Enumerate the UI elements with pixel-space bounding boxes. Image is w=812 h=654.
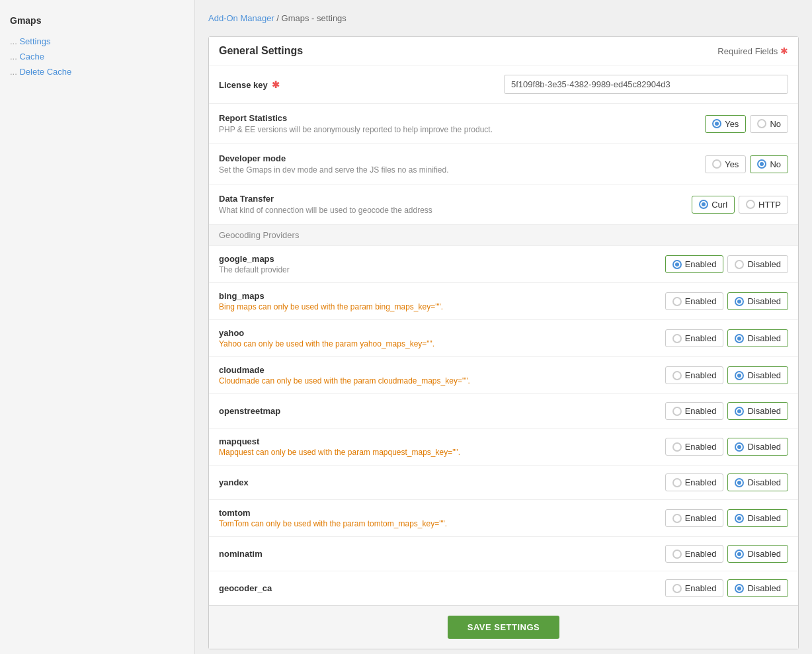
report-statistics-no[interactable]: No — [750, 115, 788, 133]
nominatim-disabled[interactable]: Disabled — [727, 545, 788, 563]
yahoo-enabled[interactable]: Enabled — [665, 329, 724, 347]
yandex-control: Enabled Disabled — [665, 473, 788, 491]
sidebar: Gmaps Settings Cache Delete Cache — [0, 0, 195, 654]
cloudmade-info: cloudmade Cloudmade can only be used wit… — [219, 365, 665, 386]
yahoo-info: yahoo Yahoo can only be used with the pa… — [219, 328, 665, 348]
openstreetmap-info: openstreetmap — [219, 406, 665, 416]
license-key-input[interactable] — [504, 75, 788, 94]
provider-row-yandex: yandex Enabled Disabled — [209, 466, 798, 500]
required-fields-label: Required Fields ✱ — [717, 46, 788, 56]
report-statistics-desc: PHP & EE versions will be anonymously re… — [219, 125, 705, 134]
yandex-disabled[interactable]: Disabled — [727, 473, 788, 491]
report-statistics-row: Report Statistics PHP & EE versions will… — [209, 104, 798, 144]
nominatim-enabled[interactable]: Enabled — [665, 545, 724, 563]
yandex-enabled[interactable]: Enabled — [665, 473, 724, 491]
radio-dot-bm-enabled — [672, 297, 682, 306]
provider-row-mapquest: mapquest Mapquest can only be used with … — [209, 429, 798, 466]
radio-dot-gm-enabled — [672, 260, 682, 269]
report-statistics-label-group: Report Statistics PHP & EE versions will… — [219, 113, 705, 134]
geocoder-ca-disabled[interactable]: Disabled — [727, 579, 788, 597]
nominatim-name: nominatim — [219, 549, 665, 559]
provider-row-openstreetmap: openstreetmap Enabled Disabled — [209, 394, 798, 429]
cloudmade-desc: Cloudmade can only be used with the para… — [219, 376, 665, 386]
provider-row-cloudmade: cloudmade Cloudmade can only be used wit… — [209, 357, 798, 394]
radio-dot-ya2-enabled — [672, 478, 682, 487]
radio-dot-ya2-disabled — [735, 478, 744, 487]
tomtom-info: tomtom TomTom can only be used with the … — [219, 508, 665, 528]
tomtom-enabled[interactable]: Enabled — [665, 509, 724, 527]
sidebar-item-cache[interactable]: Cache — [10, 52, 44, 61]
cloudmade-enabled[interactable]: Enabled — [665, 366, 724, 384]
license-key-label-group: License key ✱ — [219, 79, 504, 90]
breadcrumb-separator: / — [276, 13, 281, 23]
tomtom-name: tomtom — [219, 508, 665, 518]
openstreetmap-enabled[interactable]: Enabled — [665, 402, 724, 420]
yahoo-disabled[interactable]: Disabled — [727, 329, 788, 347]
developer-mode-desc: Set the Gmaps in dev mode and serve the … — [219, 165, 705, 175]
radio-dot-cm-enabled — [672, 371, 682, 380]
license-key-row: License key ✱ — [209, 65, 798, 104]
radio-dot-yes — [712, 119, 721, 128]
developer-mode-no[interactable]: No — [750, 155, 788, 173]
radio-dot-ya-disabled — [735, 334, 744, 343]
sidebar-item-settings[interactable]: Settings — [10, 36, 50, 46]
data-transfer-curl[interactable]: Curl — [692, 196, 735, 214]
radio-dot-mq-enabled — [672, 442, 682, 452]
bing-maps-desc: Bing maps can only be used with the para… — [219, 302, 665, 311]
report-statistics-yes[interactable]: Yes — [705, 115, 746, 133]
bing-maps-info: bing_maps Bing maps can only be used wit… — [219, 291, 665, 311]
developer-mode-control: Yes No — [705, 155, 788, 173]
tomtom-desc: TomTom can only be used with the param t… — [219, 519, 665, 528]
cloudmade-disabled[interactable]: Disabled — [727, 366, 788, 384]
developer-mode-row: Developer mode Set the Gmaps in dev mode… — [209, 144, 798, 184]
nominatim-control: Enabled Disabled — [665, 545, 788, 563]
radio-dot-gm-disabled — [735, 260, 744, 269]
data-transfer-desc: What kind of connection will be used to … — [219, 206, 692, 215]
panel-title: General Settings — [219, 45, 303, 57]
provider-row-google-maps: google_maps The default provider Enabled… — [209, 246, 798, 283]
openstreetmap-control: Enabled Disabled — [665, 402, 788, 420]
yahoo-name: yahoo — [219, 328, 665, 338]
provider-row-geocoder-ca: geocoder_ca Enabled Disabled — [209, 571, 798, 605]
google-maps-disabled[interactable]: Disabled — [727, 255, 788, 273]
data-transfer-control: Curl HTTP — [692, 196, 788, 214]
cloudmade-name: cloudmade — [219, 365, 665, 375]
openstreetmap-disabled[interactable]: Disabled — [727, 402, 788, 420]
radio-dot-mq-disabled — [735, 442, 744, 452]
data-transfer-http[interactable]: HTTP — [739, 196, 788, 214]
google-maps-name: google_maps — [219, 254, 665, 264]
yahoo-desc: Yahoo can only be used with the param ya… — [219, 339, 665, 348]
google-maps-info: google_maps The default provider — [219, 254, 665, 274]
settings-panel: General Settings Required Fields ✱ Licen… — [208, 36, 799, 649]
yahoo-control: Enabled Disabled — [665, 329, 788, 347]
nominatim-info: nominatim — [219, 549, 665, 559]
bing-maps-enabled[interactable]: Enabled — [665, 292, 724, 310]
provider-row-tomtom: tomtom TomTom can only be used with the … — [209, 500, 798, 537]
data-transfer-row: Data Transfer What kind of connection wi… — [209, 184, 798, 225]
google-maps-enabled[interactable]: Enabled — [665, 255, 724, 273]
radio-dot-osm-disabled — [735, 407, 744, 416]
sidebar-item-delete-cache[interactable]: Delete Cache — [10, 67, 71, 77]
bing-maps-disabled[interactable]: Disabled — [727, 292, 788, 310]
developer-mode-yes[interactable]: Yes — [705, 155, 746, 173]
geocoder-ca-control: Enabled Disabled — [665, 579, 788, 597]
geocoder-ca-enabled[interactable]: Enabled — [665, 579, 724, 597]
yandex-name: yandex — [219, 477, 665, 487]
mapquest-name: mapquest — [219, 436, 665, 446]
tomtom-disabled[interactable]: Disabled — [727, 509, 788, 527]
main-content: Add-On Manager / Gmaps - settings Genera… — [195, 0, 812, 654]
mapquest-control: Enabled Disabled — [665, 438, 788, 456]
radio-dot-http — [746, 200, 755, 209]
report-statistics-control: Yes No — [705, 115, 788, 133]
breadcrumb-link[interactable]: Add-On Manager — [208, 13, 274, 23]
google-maps-desc: The default provider — [219, 265, 665, 274]
license-key-label: License key ✱ — [219, 79, 504, 90]
bing-maps-control: Enabled Disabled — [665, 292, 788, 310]
provider-row-yahoo: yahoo Yahoo can only be used with the pa… — [209, 320, 798, 357]
developer-mode-label-group: Developer mode Set the Gmaps in dev mode… — [219, 153, 705, 175]
mapquest-disabled[interactable]: Disabled — [727, 438, 788, 456]
save-settings-button[interactable]: SAVE SETTINGS — [448, 616, 560, 639]
provider-row-nominatim: nominatim Enabled Disabled — [209, 537, 798, 571]
mapquest-enabled[interactable]: Enabled — [665, 438, 724, 456]
radio-dot-tt-disabled — [735, 514, 744, 523]
